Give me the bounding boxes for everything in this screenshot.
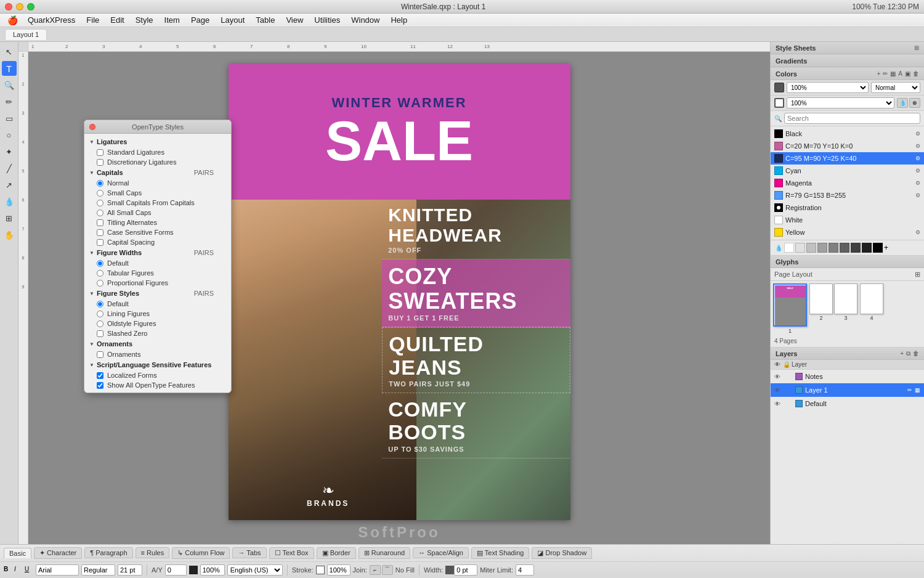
shape-tool[interactable]: ▭: [2, 111, 17, 126]
color-item-r79g153[interactable]: R=79 G=153 B=255 ⚙: [771, 189, 924, 201]
add-layer-icon[interactable]: +: [900, 350, 904, 357]
swatch-dark-gray[interactable]: [840, 243, 849, 253]
swatch-near-black[interactable]: [862, 243, 872, 253]
color-item-magenta[interactable]: Magenta ⚙: [771, 177, 924, 189]
layer-notes[interactable]: 👁 Notes: [771, 370, 924, 383]
menu-edit[interactable]: Edit: [105, 14, 129, 26]
menu-view[interactable]: View: [281, 14, 308, 26]
star-tool[interactable]: ✦: [2, 144, 17, 159]
bezier-tool[interactable]: ↗: [2, 177, 17, 192]
eyedropper-btn[interactable]: 💧: [897, 98, 908, 108]
font-style-input[interactable]: [81, 564, 115, 576]
stroke-input[interactable]: [327, 564, 351, 576]
swatch-black[interactable]: [873, 243, 883, 253]
color-stroke-btn[interactable]: [774, 98, 784, 108]
pan-tool[interactable]: ✋: [2, 227, 17, 242]
color-item-black[interactable]: Black ⚙: [771, 128, 924, 140]
line-tool[interactable]: ╱: [2, 161, 17, 176]
layer-layer1[interactable]: 👁 Layer 1 ✏ ▦: [771, 383, 924, 397]
duplicate-layer-icon[interactable]: ⧉: [906, 350, 910, 357]
opacity-select-2[interactable]: 100%: [787, 97, 894, 108]
grid-color-icon[interactable]: ▣: [905, 70, 910, 77]
menu-help[interactable]: Help: [386, 14, 412, 26]
tab-space-align[interactable]: ↔ Space/Align: [413, 547, 469, 558]
checkbox-case-sensitive[interactable]: [97, 229, 103, 236]
tab-character[interactable]: ✦ Character: [34, 547, 82, 559]
color-item-white[interactable]: White: [771, 214, 924, 226]
radio-tabular-figures[interactable]: [97, 270, 103, 277]
section-header-figure-styles[interactable]: ▼ Figure Styles PAIRS: [84, 288, 231, 299]
add-swatch-btn[interactable]: +: [884, 243, 893, 252]
grid-tool[interactable]: ⊞: [2, 211, 17, 226]
join-miter-btn[interactable]: ⌐: [370, 565, 381, 575]
delete-layer-icon[interactable]: 🗑: [913, 350, 919, 357]
join-round-btn[interactable]: ⌒: [382, 565, 393, 575]
page-2-thumbnail[interactable]: [809, 283, 833, 314]
checkbox-localized-forms[interactable]: [97, 372, 103, 379]
section-header-ornaments[interactable]: ▼ Ornaments: [84, 338, 231, 349]
color-item-c20m70[interactable]: C=20 M=70 Y=10 K=0 ⚙: [771, 140, 924, 152]
tab-drop-shadow[interactable]: ◪ Drop Shadow: [532, 547, 592, 559]
expand-icon[interactable]: ⊞: [914, 44, 919, 51]
pointer-tool[interactable]: ↖: [2, 44, 17, 59]
edit-color-icon[interactable]: ✏: [883, 70, 888, 77]
font-size-input[interactable]: [118, 564, 142, 576]
radio-oldstyle-figures[interactable]: [97, 320, 103, 327]
no-color-btn[interactable]: ⊗: [909, 98, 920, 108]
checkbox-titling-alternates[interactable]: [97, 219, 103, 226]
swatch-white[interactable]: [784, 243, 794, 253]
checkbox-ornaments[interactable]: [97, 351, 103, 358]
swatch-gray[interactable]: [817, 243, 827, 253]
radio-fs-default[interactable]: [97, 301, 103, 307]
page-layout-expand[interactable]: ⊞: [915, 271, 920, 279]
radio-fw-default[interactable]: [97, 260, 103, 267]
tab-paragraph[interactable]: ¶ Paragraph: [84, 547, 132, 558]
eyedropper-swatch[interactable]: 💧: [774, 243, 783, 252]
layout-tab[interactable]: Layout 1: [5, 29, 47, 40]
radio-small-caps-from-capitals[interactable]: [97, 200, 103, 206]
language-select[interactable]: English (US): [227, 564, 283, 576]
apple-menu[interactable]: 🍎: [4, 15, 22, 25]
section-header-capitals[interactable]: ▼ Capitals PAIRS: [84, 167, 231, 178]
layer-options-icon[interactable]: ▦: [915, 387, 920, 393]
zoom-tool-btn[interactable]: 🔍: [2, 78, 17, 92]
menu-page[interactable]: Page: [186, 14, 214, 26]
underline-btn[interactable]: U: [25, 566, 33, 574]
stroke-color-swatch[interactable]: [316, 566, 325, 574]
maximize-button[interactable]: [27, 3, 34, 10]
swatch-mid-gray[interactable]: [829, 243, 838, 253]
blend-mode-select[interactable]: Normal: [871, 82, 920, 93]
tab-border[interactable]: ▣ Border: [317, 547, 356, 559]
color-picker[interactable]: 💧: [2, 194, 17, 209]
font-name-input[interactable]: [36, 564, 79, 576]
swatch-darker-gray[interactable]: [851, 243, 861, 253]
tab-runaround[interactable]: ⊞ Runaround: [359, 547, 411, 559]
minimize-button[interactable]: [16, 3, 23, 10]
angle-input[interactable]: [165, 564, 187, 576]
color-item-cyan[interactable]: Cyan ⚙: [771, 165, 924, 177]
page-3-thumbnail[interactable]: [834, 283, 857, 314]
tab-rules[interactable]: ≡ Rules: [136, 547, 170, 558]
menu-utilities[interactable]: Utilities: [309, 14, 345, 26]
menu-layout[interactable]: Layout: [216, 14, 249, 26]
opacity-select-1[interactable]: 100%: [787, 82, 869, 93]
tab-tabs[interactable]: → Tabs: [232, 547, 266, 558]
menu-item[interactable]: Item: [160, 14, 185, 26]
swatch-light-gray[interactable]: [795, 243, 805, 253]
radio-small-caps[interactable]: [97, 190, 103, 197]
layer-visibility-notes[interactable]: 👁: [774, 373, 783, 380]
color-item-c95m90[interactable]: C=95 M=90 Y=25 K=40 ⚙: [771, 152, 924, 165]
color-fill-btn[interactable]: [774, 83, 784, 92]
bold-btn[interactable]: B: [4, 566, 12, 574]
menu-style[interactable]: Style: [131, 14, 158, 26]
radio-all-small-caps[interactable]: [97, 210, 103, 216]
text-color-icon[interactable]: A: [898, 70, 902, 77]
checkbox-slashed-zero[interactable]: [97, 330, 103, 337]
tab-text-box[interactable]: ☐ Text Box: [269, 547, 314, 559]
checkbox-standard-ligatures[interactable]: [97, 149, 103, 156]
panel-close-button[interactable]: [89, 124, 95, 130]
miter-input[interactable]: [516, 564, 534, 576]
add-color-icon[interactable]: +: [877, 70, 880, 77]
radio-normal[interactable]: [97, 180, 103, 187]
text-tool[interactable]: T: [2, 61, 17, 76]
